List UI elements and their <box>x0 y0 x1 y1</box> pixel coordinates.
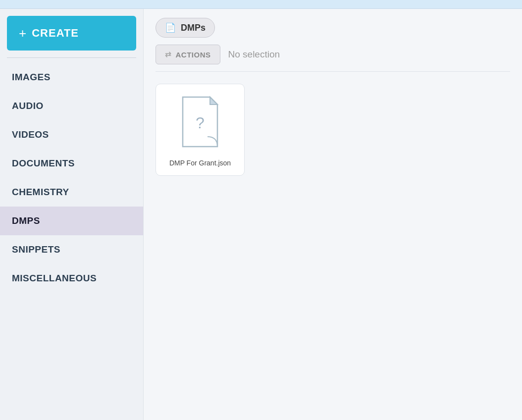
no-selection-text: No selection <box>228 49 280 60</box>
content-header: 📄 DMPs ⇄ ACTIONS No selection <box>144 9 522 72</box>
svg-text:?: ? <box>196 114 205 132</box>
content-area: ? DMP For Grant.json <box>144 72 522 420</box>
main-layout: + CREATE IMAGESAUDIOVIDEOSDOCUMENTSCHEMI… <box>0 9 522 420</box>
sidebar-item-dmps[interactable]: DMPS <box>0 207 143 235</box>
create-button[interactable]: + CREATE <box>7 16 136 51</box>
actions-icon: ⇄ <box>165 50 172 59</box>
sidebar-item-chemistry[interactable]: CHEMISTRY <box>0 178 143 207</box>
plus-icon: + <box>19 27 27 40</box>
actions-button[interactable]: ⇄ ACTIONS <box>156 45 220 64</box>
document-icon: 📄 <box>165 22 176 33</box>
dmps-tab-label: DMPs <box>181 23 206 33</box>
actions-label: ACTIONS <box>176 51 211 59</box>
file-name: DMP For Grant.json <box>169 158 231 167</box>
sidebar-item-snippets[interactable]: SNIPPETS <box>0 235 143 264</box>
sidebar-divider <box>7 57 136 58</box>
dmps-tab[interactable]: 📄 DMPs <box>156 18 215 38</box>
actions-bar: ⇄ ACTIONS No selection <box>156 45 510 72</box>
sidebar-item-miscellaneous[interactable]: MISCELLANEOUS <box>0 264 143 293</box>
sidebar-item-documents[interactable]: DOCUMENTS <box>0 149 143 178</box>
sidebar-item-audio[interactable]: AUDIO <box>0 92 143 120</box>
create-label: CREATE <box>32 27 79 40</box>
sidebar: + CREATE IMAGESAUDIOVIDEOSDOCUMENTSCHEMI… <box>0 9 144 420</box>
file-grid: ? DMP For Grant.json <box>156 84 510 176</box>
sidebar-item-images[interactable]: IMAGES <box>0 63 143 92</box>
top-bar <box>0 0 522 9</box>
file-icon-container: ? <box>175 92 225 152</box>
sidebar-nav: IMAGESAUDIOVIDEOSDOCUMENTSCHEMISTRYDMPSS… <box>0 63 143 420</box>
main-content: 📄 DMPs ⇄ ACTIONS No selection <box>144 9 522 420</box>
file-icon: ? <box>178 95 222 149</box>
sidebar-item-videos[interactable]: VIDEOS <box>0 120 143 149</box>
file-card-dmp-grant[interactable]: ? DMP For Grant.json <box>156 84 245 176</box>
